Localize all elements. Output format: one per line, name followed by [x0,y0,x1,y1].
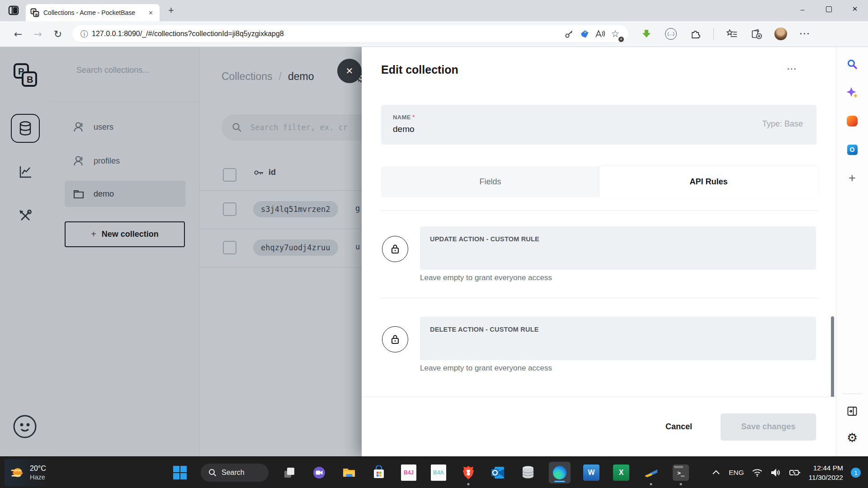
sidebar-add-icon[interactable]: + [844,170,860,186]
weather-condition: Haze [30,474,46,481]
panel-tabs: Fields API Rules [381,166,818,197]
terminal-titlebar [674,466,683,468]
update-rule-lock-toggle[interactable] [382,236,408,262]
excel-app-icon[interactable]: X [612,464,630,482]
sidebar-settings-icon[interactable]: ⚙ [844,429,860,446]
collection-type-badge: Type: Base [762,119,803,129]
task-view-button[interactable] [280,464,298,482]
active-window-indicator [554,481,565,482]
browser-menu-icon[interactable]: ··· [799,28,811,40]
office-icon [847,116,858,127]
delete-rule-lock-toggle[interactable] [382,326,408,352]
tab-api-rules[interactable]: API Rules [599,166,818,197]
notification-badge[interactable]: 1 [851,468,861,478]
running-indicator [680,483,682,485]
name-label: NAME [393,114,411,121]
b4a-tile: B4A [431,465,446,481]
download-manager-icon[interactable] [640,28,653,40]
chat-app-icon[interactable] [310,464,328,482]
sidebar-copilot-icon[interactable] [844,84,860,101]
tray-time: 12:44 PM [809,463,843,473]
b4a-app-icon[interactable]: B4A [429,464,448,482]
system-tray: ENG 12:44 PM 11/30/2022 1 [711,457,868,488]
shopping-tag-icon[interactable] [577,26,592,42]
lock-icon [390,243,401,255]
svg-text:B: B [35,13,38,17]
toolbar-extensions: (…) ··· [640,28,811,40]
windows-taskbar: 20°C Haze Search [0,456,868,488]
profile-avatar[interactable] [774,28,787,40]
weather-temp: 20°C [30,465,46,473]
weather-widget[interactable]: 20°C Haze [5,459,51,486]
tray-chevron-up-icon[interactable] [711,469,721,477]
b4j-app-icon[interactable]: B4J [400,464,418,482]
panel-title: Edit collection [381,63,458,76]
save-changes-button[interactable]: Save changes [721,413,816,441]
selective-dots-extension-icon[interactable]: (…) [665,28,677,40]
sidebar-outlook-icon[interactable]: O [844,141,860,158]
wifi-icon[interactable] [752,468,763,477]
clock[interactable]: 12:44 PM 11/30/2022 [809,463,843,482]
panel-close-button[interactable]: ✕ [337,59,362,83]
word-tile: W [583,465,599,481]
haze-weather-icon [9,465,25,481]
update-rule-input[interactable]: UPDATE ACTION - CUSTOM RULE [420,226,816,270]
desktop-screen: PB Collections - Acme - PocketBase ✕ + –… [0,0,868,488]
back-button[interactable]: ← [8,24,28,44]
collection-name-value[interactable]: demo [393,124,805,134]
language-indicator[interactable]: ENG [729,469,744,477]
battery-charging-icon[interactable] [789,468,801,477]
favorites-list-icon[interactable] [726,28,738,40]
window-controls: – ✕ [789,0,868,18]
tab-workspaces-icon[interactable] [7,4,20,17]
outlook-app-icon[interactable] [489,464,507,482]
browser-toolbar: ← → ↻ ⓘ 127.0.0.1:8090/_/#/collections?c… [0,21,868,47]
terminal-app-icon[interactable]: >_ [672,464,690,482]
file-explorer-icon[interactable] [340,464,358,482]
collection-name-field[interactable]: NAME* demo Type: Base [381,105,816,145]
tab-fields[interactable]: Fields [381,166,599,197]
window-maximize-button[interactable] [816,0,842,18]
refresh-button[interactable]: ↻ [48,24,68,44]
cancel-button[interactable]: Cancel [663,422,695,432]
window-close-button[interactable]: ✕ [842,0,868,18]
delete-rule-input[interactable]: DELETE ACTION - CUSTOM RULE [420,317,816,360]
taskbar-search-label: Search [222,469,245,477]
edge-logo [553,466,566,479]
panel-more-menu-icon[interactable]: ··· [787,64,797,74]
sidebar-open-panel-icon[interactable] [844,403,860,419]
microsoft-store-icon[interactable] [370,464,388,482]
search-icon [208,468,217,477]
password-key-icon[interactable] [561,26,577,42]
maximize-icon [826,6,832,12]
address-bar[interactable]: ⓘ 127.0.0.1:8090/_/#/collections?collect… [72,25,628,42]
new-tab-button[interactable]: + [168,5,174,15]
edge-browser-icon-active[interactable] [549,462,571,483]
excel-tile: X [613,465,629,481]
toolbar-divider [713,28,714,40]
add-favorite-icon[interactable]: ☆ + [608,26,623,42]
sidebar-divider [842,394,862,394]
collections-icon[interactable] [750,28,763,40]
brave-browser-icon[interactable] [459,464,477,482]
panel-scrollbar[interactable] [831,316,834,399]
database-tool-icon[interactable] [519,464,537,482]
sidebar-search-icon[interactable] [844,56,860,72]
browser-tab[interactable]: PB Collections - Acme - PocketBase ✕ [26,4,160,21]
url-text[interactable]: 127.0.0.1:8090/_/#/collections?collectio… [92,30,561,38]
blue-wing-app-icon[interactable] [642,464,660,482]
section-divider [381,210,818,211]
sidebar-office-icon[interactable] [844,113,860,129]
required-mark: * [412,113,415,121]
tab-close-icon[interactable]: ✕ [146,9,155,17]
extensions-puzzle-icon[interactable] [689,28,702,40]
read-aloud-icon[interactable] [592,26,608,42]
volume-icon[interactable] [770,468,781,477]
word-app-icon[interactable]: W [582,464,600,482]
taskbar-search[interactable]: Search [201,464,269,482]
start-button[interactable] [171,464,189,482]
window-minimize-button[interactable]: – [789,0,816,18]
site-info-icon[interactable]: ⓘ [80,29,88,39]
pocketbase-app: PB u [0,47,836,456]
edit-collection-panel: Edit collection ··· NAME* demo Type: Bas… [362,47,836,456]
